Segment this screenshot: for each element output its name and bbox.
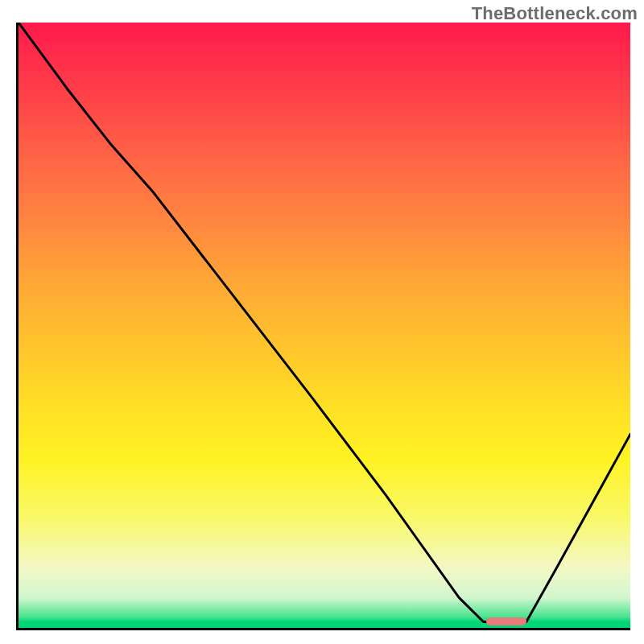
plot-area <box>16 23 630 630</box>
optimal-marker <box>486 617 526 625</box>
chart-container: TheBottleneck.com <box>0 0 644 644</box>
bottleneck-curve <box>19 23 630 628</box>
watermark-text: TheBottleneck.com <box>472 3 638 24</box>
